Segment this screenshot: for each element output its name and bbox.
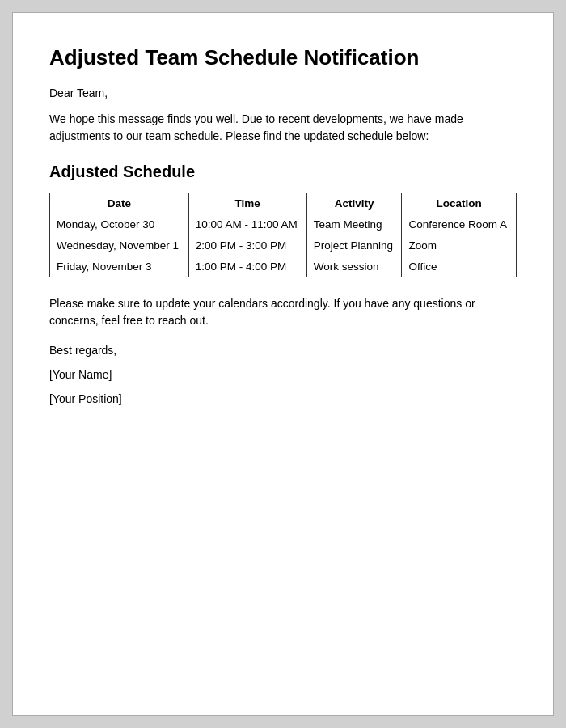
cell-location: Conference Room A (402, 214, 517, 235)
col-header-time: Time (188, 193, 306, 214)
schedule-table: Date Time Activity Location Monday, Octo… (49, 193, 517, 277)
page-title: Adjusted Team Schedule Notification (49, 45, 517, 70)
col-header-date: Date (50, 193, 189, 214)
cell-time: 1:00 PM - 4:00 PM (188, 256, 306, 277)
cell-activity: Team Meeting (306, 214, 402, 235)
position-placeholder: [Your Position] (49, 392, 517, 405)
cell-date: Monday, October 30 (50, 214, 189, 235)
col-header-activity: Activity (306, 193, 402, 214)
table-row: Friday, November 31:00 PM - 4:00 PMWork … (50, 256, 517, 277)
document-page: Adjusted Team Schedule Notification Dear… (12, 12, 554, 716)
cell-time: 2:00 PM - 3:00 PM (188, 235, 306, 256)
name-placeholder: [Your Name] (49, 368, 517, 381)
cell-activity: Work session (306, 256, 402, 277)
greeting-text: Dear Team, (49, 87, 517, 99)
intro-paragraph: We hope this message finds you well. Due… (49, 111, 517, 145)
cell-time: 10:00 AM - 11:00 AM (188, 214, 306, 235)
table-row: Wednesday, November 12:00 PM - 3:00 PMPr… (50, 235, 517, 256)
sign-off-text: Best regards, (49, 344, 517, 357)
table-row: Monday, October 3010:00 AM - 11:00 AMTea… (50, 214, 517, 235)
col-header-location: Location (402, 193, 517, 214)
cell-activity: Project Planning (306, 235, 402, 256)
cell-location: Zoom (402, 235, 517, 256)
section-title: Adjusted Schedule (49, 163, 517, 181)
footer-paragraph: Please make sure to update your calendar… (49, 295, 517, 329)
cell-date: Wednesday, November 1 (50, 235, 189, 256)
cell-location: Office (402, 256, 517, 277)
cell-date: Friday, November 3 (50, 256, 189, 277)
table-header-row: Date Time Activity Location (50, 193, 517, 214)
